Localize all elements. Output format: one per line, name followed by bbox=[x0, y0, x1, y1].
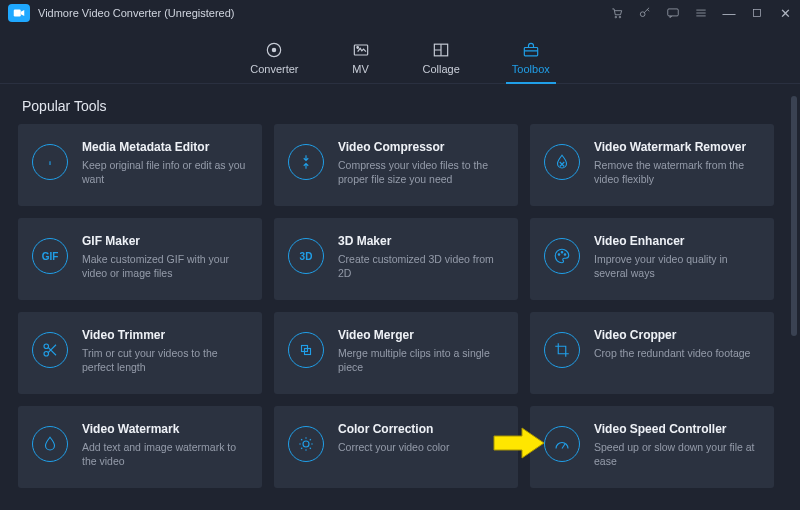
tool-title: GIF Maker bbox=[82, 234, 248, 248]
tool-title: Video Watermark Remover bbox=[594, 140, 760, 154]
section-title: Popular Tools bbox=[22, 98, 782, 114]
nav-toolbox[interactable]: Toolbox bbox=[512, 41, 550, 83]
tool-title: Media Metadata Editor bbox=[82, 140, 248, 154]
nav-converter[interactable]: Converter bbox=[250, 41, 298, 83]
tool-description: Add text and image watermark to the vide… bbox=[82, 440, 248, 468]
droplet-icon bbox=[32, 426, 68, 462]
tool-title: Video Enhancer bbox=[594, 234, 760, 248]
scissors-icon bbox=[32, 332, 68, 368]
title-bar: Vidmore Video Converter (Unregistered) —… bbox=[0, 0, 800, 26]
svg-rect-5 bbox=[754, 10, 761, 17]
tool-card[interactable]: Color CorrectionCorrect your video color bbox=[274, 406, 518, 488]
tool-body: Video EnhancerImprove your video quality… bbox=[594, 234, 760, 284]
tool-description: Remove the watermark from the video flex… bbox=[594, 158, 760, 186]
close-icon[interactable]: ✕ bbox=[778, 6, 792, 20]
tool-description: Create customized 3D video from 2D bbox=[338, 252, 504, 280]
tool-description: Merge multiple clips into a single piece bbox=[338, 346, 504, 374]
tool-card[interactable]: Video CompressorCompress your video file… bbox=[274, 124, 518, 206]
svg-rect-11 bbox=[524, 48, 537, 56]
tool-body: Video CompressorCompress your video file… bbox=[338, 140, 504, 190]
tools-grid: Media Metadata EditorKeep original file … bbox=[18, 124, 782, 488]
tool-card[interactable]: Video CropperCrop the redundant video fo… bbox=[530, 312, 774, 394]
tool-body: 3D MakerCreate customized 3D video from … bbox=[338, 234, 504, 284]
tool-description: Compress your video files to the proper … bbox=[338, 158, 504, 186]
svg-point-3 bbox=[640, 12, 645, 17]
scrollbar[interactable] bbox=[791, 96, 797, 498]
maximize-icon[interactable] bbox=[750, 6, 764, 20]
tool-body: GIF MakerMake customized GIF with your v… bbox=[82, 234, 248, 284]
svg-point-7 bbox=[273, 48, 276, 51]
tool-card[interactable]: 3D3D MakerCreate customized 3D video fro… bbox=[274, 218, 518, 300]
collage-icon bbox=[431, 41, 451, 59]
info-icon bbox=[32, 144, 68, 180]
app-title: Vidmore Video Converter (Unregistered) bbox=[38, 7, 234, 19]
tool-body: Media Metadata EditorKeep original file … bbox=[82, 140, 248, 190]
tool-body: Video WatermarkAdd text and image waterm… bbox=[82, 422, 248, 472]
tool-title: Color Correction bbox=[338, 422, 449, 436]
tool-description: Improve your video quality in several wa… bbox=[594, 252, 760, 280]
tool-description: Make customized GIF with your video or i… bbox=[82, 252, 248, 280]
svg-point-13 bbox=[561, 252, 563, 254]
menu-icon[interactable] bbox=[694, 6, 708, 20]
tool-body: Video MergerMerge multiple clips into a … bbox=[338, 328, 504, 378]
nav-label: Toolbox bbox=[512, 63, 550, 75]
tool-title: 3D Maker bbox=[338, 234, 504, 248]
app-logo bbox=[8, 4, 30, 22]
crop-icon bbox=[544, 332, 580, 368]
tool-card[interactable]: Video TrimmerTrim or cut your videos to … bbox=[18, 312, 262, 394]
tool-title: Video Compressor bbox=[338, 140, 504, 154]
svg-point-19 bbox=[303, 441, 309, 447]
nav-label: Collage bbox=[423, 63, 460, 75]
tool-body: Color CorrectionCorrect your video color bbox=[338, 422, 449, 472]
nav-label: Converter bbox=[250, 63, 298, 75]
tool-description: Speed up or slow down your file at ease bbox=[594, 440, 760, 468]
svg-point-1 bbox=[615, 16, 617, 18]
svg-point-12 bbox=[558, 254, 560, 256]
tool-description: Crop the redundant video footage bbox=[594, 346, 750, 360]
sun-icon bbox=[288, 426, 324, 462]
svg-point-9 bbox=[356, 47, 358, 49]
tool-title: Video Trimmer bbox=[82, 328, 248, 342]
tool-title: Video Merger bbox=[338, 328, 504, 342]
tool-title: Video Watermark bbox=[82, 422, 248, 436]
palette-icon bbox=[544, 238, 580, 274]
svg-rect-0 bbox=[14, 10, 21, 17]
tool-card[interactable]: Video WatermarkAdd text and image waterm… bbox=[18, 406, 262, 488]
3d-icon: 3D bbox=[288, 238, 324, 274]
tool-card[interactable]: GIFGIF MakerMake customized GIF with you… bbox=[18, 218, 262, 300]
tool-card[interactable]: Media Metadata EditorKeep original file … bbox=[18, 124, 262, 206]
tool-description: Trim or cut your videos to the perfect l… bbox=[82, 346, 248, 374]
cart-icon[interactable] bbox=[610, 6, 624, 20]
tool-card[interactable]: Video Watermark RemoverRemove the waterm… bbox=[530, 124, 774, 206]
tool-body: Video Watermark RemoverRemove the waterm… bbox=[594, 140, 760, 190]
content-area: Popular Tools Media Metadata EditorKeep … bbox=[0, 84, 800, 510]
tool-title: Video Speed Controller bbox=[594, 422, 760, 436]
feedback-icon[interactable] bbox=[666, 6, 680, 20]
tool-card[interactable]: Video EnhancerImprove your video quality… bbox=[530, 218, 774, 300]
tool-card[interactable]: Video Speed ControllerSpeed up or slow d… bbox=[530, 406, 774, 488]
tool-card[interactable]: Video MergerMerge multiple clips into a … bbox=[274, 312, 518, 394]
scrollbar-thumb[interactable] bbox=[791, 96, 797, 336]
tool-body: Video Speed ControllerSpeed up or slow d… bbox=[594, 422, 760, 472]
tool-title: Video Cropper bbox=[594, 328, 750, 342]
nav-mv[interactable]: MV bbox=[351, 41, 371, 83]
tool-body: Video TrimmerTrim or cut your videos to … bbox=[82, 328, 248, 378]
toolbox-icon bbox=[521, 41, 541, 59]
mv-icon bbox=[351, 41, 371, 59]
nav-label: MV bbox=[352, 63, 369, 75]
droplet-x-icon bbox=[544, 144, 580, 180]
gauge-icon bbox=[544, 426, 580, 462]
converter-icon bbox=[264, 41, 284, 59]
key-icon[interactable] bbox=[638, 6, 652, 20]
minimize-icon[interactable]: — bbox=[722, 6, 736, 20]
tool-description: Keep original file info or edit as you w… bbox=[82, 158, 248, 186]
tool-description: Correct your video color bbox=[338, 440, 449, 454]
merge-icon bbox=[288, 332, 324, 368]
tool-body: Video CropperCrop the redundant video fo… bbox=[594, 328, 750, 378]
main-nav: Converter MV Collage Toolbox bbox=[0, 26, 800, 84]
compress-icon bbox=[288, 144, 324, 180]
gif-icon: GIF bbox=[32, 238, 68, 274]
nav-collage[interactable]: Collage bbox=[423, 41, 460, 83]
svg-point-2 bbox=[619, 16, 621, 18]
svg-point-14 bbox=[564, 254, 566, 256]
